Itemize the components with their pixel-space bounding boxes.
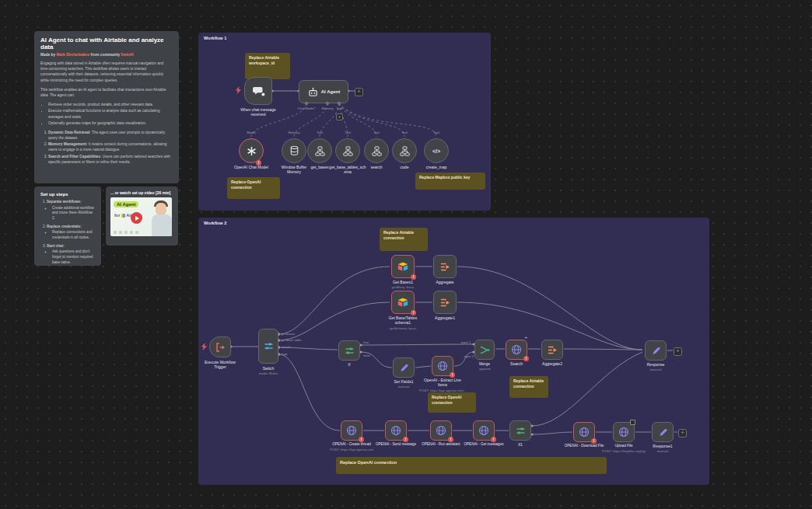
- switch-output-label: map: [281, 352, 287, 356]
- node-search[interactable]: + !: [506, 340, 527, 360]
- node-get-bases1[interactable]: !: [391, 255, 415, 278]
- warning-badge: !: [448, 437, 453, 442]
- node-aggregate1[interactable]: [433, 291, 457, 314]
- video-thumbnail[interactable]: AI Agent for Airtable: [110, 197, 172, 236]
- if-icon: [345, 346, 355, 356]
- sticky-replace-airtable-connection[interactable]: Replace Airtable connection: [509, 376, 548, 398]
- sticky-replace-mapbox-key[interactable]: Replace Mapbox public key: [415, 173, 485, 190]
- node-ai-agent[interactable]: AI Agent: [299, 80, 348, 103]
- node-label: If1: [509, 442, 531, 447]
- node-label: If: [338, 362, 360, 367]
- node-create-map-tool[interactable]: </>: [424, 138, 449, 163]
- switch-output-label: search: [281, 345, 291, 349]
- node-openai-create-thread[interactable]: !: [341, 420, 362, 441]
- workflow-canvas[interactable]: AI Agent to chat with Airtable and analy…: [0, 0, 812, 509]
- node-search-tool[interactable]: [364, 138, 389, 163]
- workflow-tool-icon: [372, 146, 382, 156]
- play-button-icon[interactable]: [131, 212, 142, 224]
- node-get-base-tables-schema-tool[interactable]: [335, 138, 360, 163]
- port-label: Tool: [421, 131, 452, 134]
- execute-workflow-icon: [215, 342, 226, 353]
- community-link[interactable]: 5minAI: [121, 53, 134, 57]
- node-openai-send-message[interactable]: !: [385, 420, 407, 441]
- sticky-setup-steps[interactable]: Set up steps Separate workflows: Create …: [34, 187, 101, 266]
- node-get-bases-tool[interactable]: [307, 138, 332, 163]
- switch-output-label: get base table...: [281, 338, 304, 342]
- port-label: Model: [236, 131, 267, 134]
- plus-icon: +: [681, 430, 684, 435]
- airtable-icon: [397, 262, 408, 272]
- add-node-endpoint[interactable]: +: [674, 347, 682, 356]
- plus-icon: +: [357, 89, 360, 94]
- node-aggregate2[interactable]: [541, 340, 563, 360]
- description-paragraph: Engaging with data stored in Airtable of…: [40, 61, 173, 83]
- capability-list: Retrieve order records, product details,…: [40, 102, 173, 126]
- node-get-base-tables-schema1[interactable]: !: [391, 291, 415, 314]
- node-merge[interactable]: [474, 340, 495, 360]
- list-item: Replace credentials: Replace connections…: [47, 225, 95, 241]
- warning-badge: !: [491, 437, 496, 442]
- node-if1[interactable]: [509, 420, 531, 441]
- node-if[interactable]: [338, 340, 360, 361]
- sticky-description[interactable]: AI Agent to chat with Airtable and analy…: [34, 31, 179, 183]
- if-icon: [516, 426, 526, 436]
- node-when-chat-message-received[interactable]: [244, 77, 272, 105]
- workflow-1-area: Workflow 1 Replace Airtable workspace_id: [198, 33, 491, 211]
- node-code-tool[interactable]: [392, 138, 417, 163]
- sticky-replace-openai-connection[interactable]: Replace OpenAI connection: [227, 177, 280, 199]
- node-label: Switchmode: Rules: [247, 366, 290, 376]
- http-globe-icon: [346, 425, 357, 436]
- sticky-body: Engaging with data stored in Airtable of…: [40, 61, 173, 165]
- list-item: Execute mathematical functions to analyz…: [48, 108, 173, 119]
- byline: Made by Mark Shcherbakov from community …: [40, 53, 173, 57]
- node-label: Execute Workflow Trigger: [201, 360, 240, 370]
- sticky-replace-openai-connection-wide[interactable]: Replace OpenAI connection: [336, 457, 607, 474]
- sticky-title: Set up steps: [40, 192, 95, 197]
- list-item: Retrieve order records, product details,…: [48, 102, 173, 107]
- author-link[interactable]: Mark Shcherbakov: [57, 53, 90, 57]
- node-openai-download-file[interactable]: !: [573, 422, 595, 442]
- node-response[interactable]: [645, 340, 667, 361]
- trigger-bolt-icon: [201, 343, 207, 350]
- node-execute-workflow-trigger[interactable]: [209, 336, 231, 357]
- byline-mid: from community: [91, 53, 121, 57]
- switch-output-label: get bases: [281, 332, 295, 336]
- input-label: input 2: [452, 354, 474, 358]
- node-openai-get-messages[interactable]: !: [473, 420, 495, 441]
- node-window-buffer-memory[interactable]: [282, 138, 306, 163]
- code-icon: </>: [432, 148, 440, 154]
- output-label-false: false: [363, 354, 370, 357]
- sticky-video[interactable]: ... or watch set up video [20 min] AI Ag…: [106, 187, 178, 246]
- plus-icon: +: [524, 335, 527, 340]
- sticky-title: AI Agent to chat with Airtable and analy…: [40, 37, 173, 51]
- workflow-2-area: Workflow 2: [198, 218, 709, 485]
- node-switch[interactable]: [258, 329, 278, 364]
- thumb-app-icons: [114, 231, 138, 234]
- node-openai-chat-model[interactable]: !: [239, 138, 264, 163]
- port-label: Chat Model*: [293, 106, 320, 110]
- switch-icon: [264, 341, 274, 351]
- sticky-replace-airtable-workspace[interactable]: Replace Airtable workspace_id: [245, 53, 290, 79]
- node-label: create_map: [418, 165, 455, 169]
- node-upload-file[interactable]: [613, 422, 635, 442]
- list-item: Optionally generate maps for geographic …: [48, 120, 173, 126]
- port-label: Tool: [304, 131, 335, 134]
- sticky-replace-openai-connection[interactable]: Replace OpenAI connection: [428, 392, 476, 413]
- presenter-photo: [152, 200, 172, 236]
- node-response1[interactable]: [652, 422, 674, 442]
- port-label: Tool: [361, 131, 392, 134]
- node-set-fields1[interactable]: [393, 357, 415, 378]
- node-label: When chat message received: [235, 107, 282, 117]
- node-aggregate[interactable]: [433, 255, 457, 278]
- add-node-endpoint[interactable]: +: [355, 88, 363, 96]
- add-node-endpoint[interactable]: +: [678, 429, 687, 438]
- warning-badge: !: [403, 437, 408, 442]
- byline-prefix: Made by: [40, 53, 55, 57]
- port-label: Tool: [389, 131, 420, 134]
- warning-badge: !: [411, 274, 416, 280]
- sticky-replace-airtable-connection[interactable]: Replace Airtable connection: [380, 228, 428, 251]
- add-tool-button[interactable]: +: [336, 113, 343, 120]
- node-openai-run-assistant[interactable]: !: [430, 420, 452, 441]
- node-openai-extract-line-items[interactable]: !: [432, 356, 453, 376]
- workflow-2-label: Workflow 2: [204, 221, 226, 225]
